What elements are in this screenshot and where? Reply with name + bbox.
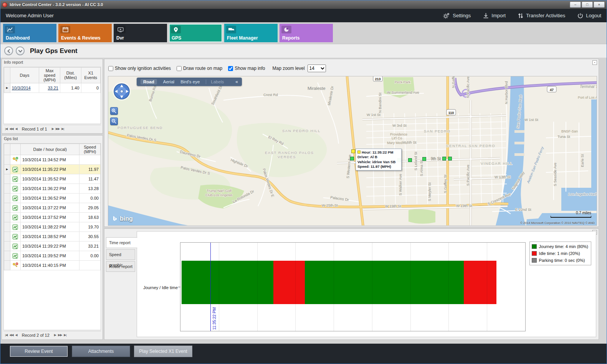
map-option-show-only-ignition-activities[interactable]: Show only ignition activities	[108, 66, 171, 71]
pager-button[interactable]: ◀	[15, 333, 17, 337]
map-style-aerial[interactable]: Aerial	[163, 79, 174, 84]
map-container[interactable]: MiralestePeck ParkW Summerland AveCrest …	[108, 76, 597, 226]
gps-list-row[interactable]: 10/3/2014 11:38:52 PM30.55	[4, 232, 101, 242]
gps-marker[interactable]	[423, 157, 426, 161]
speed-cell: 0.00	[79, 194, 101, 203]
playback-cursor[interactable]	[210, 243, 211, 331]
pager-button[interactable]: ◀◀	[9, 333, 13, 337]
gps-marker-selected[interactable]	[352, 150, 355, 153]
gps-list-row[interactable]: 10/3/2014 11:39:52 PM0.00	[4, 251, 101, 261]
max-speed-cell[interactable]: 33.21	[39, 83, 60, 93]
column-header-dist-miles[interactable]: Dist. (Miles)	[60, 68, 81, 83]
nav-tile-dashboard[interactable]: Dashboard	[3, 24, 56, 42]
pager-button[interactable]: ▶	[54, 333, 56, 337]
pager-button[interactable]: ▶|	[61, 127, 64, 131]
transfer-activities-button[interactable]: Transfer Activities	[518, 13, 565, 19]
map-panel-collapse-button[interactable]: ▪	[592, 60, 597, 65]
attachments-button[interactable]: Attachments	[72, 346, 130, 357]
legend-item: Idle time: 1 min (20%)	[532, 250, 588, 257]
pager-button[interactable]: ▶▶	[56, 127, 60, 131]
window-titlebar[interactable]: Idrive Control Center - 3.0.2 version - …	[0, 0, 607, 9]
gps-list-row[interactable]: 10/3/2014 11:37:52 PM18.63	[4, 213, 101, 222]
nav-tile-fleet-manager[interactable]: Fleet Manager	[224, 24, 278, 42]
import-button[interactable]: Import	[483, 13, 506, 19]
zoom-in-button[interactable]	[110, 107, 118, 115]
gps-list-row[interactable]: ▶10/3/2014 11:35:22 PM11.97	[4, 165, 101, 174]
gps-marker[interactable]	[448, 157, 452, 160]
pager-button[interactable]: |◀	[5, 127, 7, 131]
column-header-days[interactable]: Days	[10, 68, 39, 83]
back-button[interactable]	[4, 46, 13, 55]
gps-list-row[interactable]: 10/3/2014 11:37:22 PM29.05	[4, 203, 101, 213]
chart-area: Journey / Idle time 11:35:22 PM Journey …	[137, 231, 596, 337]
map-label: Providence	[390, 132, 407, 136]
gps-list-row[interactable]: 10/3/2014 11:36:52 PM0.00	[4, 194, 101, 203]
logout-button[interactable]: Logout	[577, 13, 601, 19]
zoom-out-button[interactable]	[110, 117, 118, 125]
speed-cell: 29.05	[79, 203, 101, 213]
map-bar-collapse-icon[interactable]: «	[235, 79, 238, 84]
table-row[interactable]: ▶10/3/201433.211.400	[4, 83, 101, 93]
nav-tile-reports[interactable]: Reports	[280, 24, 333, 42]
gps-list-row[interactable]: 10/3/2014 11:40:15 PM	[4, 261, 101, 270]
transfer-activities-label: Transfer Activities	[526, 13, 565, 18]
checkbox-show-only-ignition-activities[interactable]	[108, 66, 113, 71]
pager-button[interactable]: |◀	[5, 333, 7, 337]
legend-swatch	[532, 251, 537, 256]
gps-list-grid: Date / hour (local)Speed (MPH)10/3/2014 …	[3, 143, 101, 330]
checkbox-show-map-info[interactable]	[228, 66, 233, 71]
pager-button[interactable]: ▶|	[64, 333, 66, 337]
pager-button[interactable]: ▶▶	[58, 333, 62, 337]
max-speed-link[interactable]: 33.21	[48, 86, 58, 90]
map-label: VINEGAR HILL	[481, 161, 513, 165]
gps-list-row[interactable]: 10/3/2014 11:34:52 PM	[4, 155, 101, 165]
column-header-date-hour-local[interactable]: Date / hour (local)	[21, 144, 79, 155]
map-zoom-level-select[interactable]: 14	[308, 65, 326, 72]
gps-list-row[interactable]: 10/3/2014 11:38:22 PM19.70	[4, 222, 101, 232]
bing-mark-icon	[112, 216, 118, 222]
days-link[interactable]: 10/3/2014	[12, 86, 31, 90]
nav-tile-events-reviews[interactable]: Events & Reviews	[58, 24, 112, 42]
column-header-x1-events[interactable]: X1 Events	[81, 68, 100, 83]
minimize-button[interactable]: –	[570, 2, 581, 8]
gps-marker[interactable]	[443, 157, 446, 160]
pager-button[interactable]: ▶	[52, 127, 54, 131]
gps-marker[interactable]	[409, 159, 412, 162]
chart-legend: Journey time: 4 min (80%)Idle time: 1 mi…	[529, 242, 591, 265]
nav-tiles: DashboardEvents & ReviewsDvrGPSFleet Man…	[0, 22, 607, 44]
map-option-draw-route-on-map[interactable]: Draw route on map	[177, 66, 222, 71]
nav-tile-dvr[interactable]: Dvr	[114, 24, 167, 42]
column-header-speed-mph[interactable]: Speed (MPH)	[79, 144, 101, 155]
map-label: S Walker Ave	[398, 174, 402, 196]
maximize-button[interactable]: □	[582, 2, 593, 8]
tooltip-hour: Hour: 11:35:22 PM	[357, 150, 400, 155]
close-button[interactable]: ×	[594, 2, 605, 8]
days-cell[interactable]: 10/3/2014	[10, 83, 39, 93]
gps-marker[interactable]	[351, 157, 354, 160]
tooltip-speed: Speed: 11.97 (MPH)	[357, 164, 400, 169]
checkbox-draw-route-on-map[interactable]	[177, 66, 182, 71]
tab-time-report[interactable]: Time report	[106, 237, 137, 248]
pager-button[interactable]: ◀◀	[9, 127, 13, 131]
gps-list-row[interactable]: 10/3/2014 11:36:22 PM13.28	[4, 184, 101, 194]
collapse-header-button[interactable]	[16, 46, 25, 55]
map-option-show-map-info[interactable]: Show map info	[228, 66, 265, 71]
tab-route-report[interactable]: Route report	[106, 261, 135, 272]
map-style-labels[interactable]: Labels	[206, 79, 224, 84]
settings-button[interactable]: Settings	[443, 13, 471, 19]
nav-tile-gps[interactable]: GPS	[169, 24, 222, 42]
map-style-bird-s-eye[interactable]: Bird's eye	[180, 79, 200, 84]
date-hour-cell: 10/3/2014 11:37:52 PM	[21, 213, 79, 222]
bing-map[interactable]: MiralestePeck ParkW Summerland AveCrest …	[108, 76, 597, 226]
review-event-button[interactable]: Review Event	[10, 346, 68, 357]
map-label: Tuna St	[557, 134, 570, 139]
gps-list-row[interactable]: 10/3/2014 11:35:52 PM11.47	[4, 174, 101, 184]
map-style-road[interactable]: Road	[141, 79, 157, 84]
bing-logo[interactable]: bing	[112, 215, 133, 222]
pager-button[interactable]: ◀	[15, 127, 17, 131]
column-header-max-speed-mph[interactable]: Max speed (MPH)	[39, 68, 60, 83]
gps-point-icon	[12, 186, 19, 192]
gps-list-row[interactable]: 10/3/2014 11:39:22 PM33.21	[4, 242, 101, 251]
map-compass-control[interactable]	[111, 81, 132, 102]
tab-speed-graphic[interactable]: Speed graphic	[106, 249, 135, 260]
